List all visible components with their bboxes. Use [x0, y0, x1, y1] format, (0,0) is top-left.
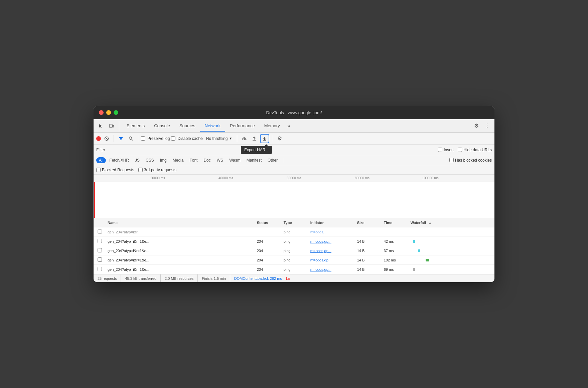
invert-label[interactable]: Invert [438, 148, 454, 152]
row-checkbox[interactable] [98, 257, 102, 262]
svg-rect-0 [110, 124, 112, 128]
search-icon[interactable] [127, 134, 135, 143]
device-icon[interactable] [107, 121, 116, 131]
filter-row2: Blocked Requests 3rd-party requests [94, 165, 494, 175]
table-row[interactable]: gen_204?atyp=i&r... ping m=cdos,... [94, 227, 494, 237]
table-row[interactable]: gen_204?atyp=i&r=1&e... 204 ping m=cdos,… [94, 265, 494, 274]
hide-data-urls-label[interactable]: Hide data URLs [458, 148, 492, 152]
devtools-body: Elements Console Sources Network Perform… [94, 119, 494, 282]
cell-name: gen_204?atyp=i&r=1&e... [106, 267, 256, 271]
cell-waterfall [409, 255, 484, 264]
cell-status: 204 [256, 258, 282, 262]
export-har-button[interactable] [260, 134, 269, 143]
more-options-icon[interactable]: ⋮ [482, 121, 492, 131]
svg-line-5 [132, 139, 133, 140]
minimize-button[interactable] [106, 110, 111, 115]
waterfall-bar [413, 268, 415, 271]
cell-type: ping [282, 230, 309, 234]
cell-name: gen_204?atyp=i&r=1&e... [106, 249, 256, 253]
col-size[interactable]: Size [356, 221, 383, 225]
type-js[interactable]: JS [132, 157, 142, 163]
traffic-lights [99, 110, 118, 115]
type-ws[interactable]: WS [214, 157, 226, 163]
col-initiator[interactable]: Initiator [309, 221, 356, 225]
finish-time: Finish: 1.5 min [198, 274, 230, 282]
table-row[interactable]: gen_204?atyp=i&r=1&e... 204 ping m=cdos,… [94, 237, 494, 246]
network-settings-icon[interactable]: ⚙ [275, 134, 284, 143]
type-img[interactable]: Img [157, 157, 169, 163]
cell-name: gen_204?atyp=i&r... [106, 230, 256, 234]
type-fetch-xhr[interactable]: Fetch/XHR [107, 157, 132, 163]
separator [237, 135, 237, 142]
svg-rect-1 [113, 125, 114, 127]
cell-time: 69 ms [383, 267, 409, 271]
blocked-requests-label[interactable]: Blocked Requests [96, 168, 134, 172]
separator [114, 135, 114, 142]
settings-icon[interactable]: ⚙ [472, 121, 481, 131]
more-tabs[interactable]: » [285, 122, 293, 130]
tab-memory[interactable]: Memory [260, 121, 285, 132]
filter-icon[interactable] [117, 134, 125, 143]
hide-data-urls-checkbox[interactable] [458, 148, 462, 152]
third-party-label[interactable]: 3rd-party requests [138, 168, 176, 172]
type-font[interactable]: Font [187, 157, 200, 163]
type-doc[interactable]: Doc [201, 157, 213, 163]
tab-network[interactable]: Network [200, 121, 226, 132]
type-wasm[interactable]: Wasm [227, 157, 243, 163]
has-blocked-cookies-label[interactable]: Has blocked cookies [449, 158, 492, 163]
blocked-requests-checkbox[interactable] [96, 168, 101, 172]
row-checkbox[interactable] [98, 248, 102, 252]
cell-initiator: m=cdos,... [309, 230, 356, 234]
svg-point-6 [244, 139, 245, 140]
dom-content-loaded: DOMContentLoaded: 282 ms [230, 276, 282, 280]
cell-initiator: m=cdos,dp... [309, 258, 356, 262]
disable-cache-label[interactable]: Disable cache [171, 136, 202, 141]
tab-console[interactable]: Console [149, 121, 175, 132]
type-other[interactable]: Other [265, 157, 280, 163]
svg-line-3 [106, 137, 108, 140]
tab-elements[interactable]: Elements [122, 121, 149, 132]
throttle-select[interactable]: No throttling ▼ [204, 136, 235, 142]
cursor-icon[interactable] [96, 121, 106, 131]
row-checkbox[interactable] [98, 239, 102, 243]
maximize-button[interactable] [114, 110, 118, 115]
preserve-log-label[interactable]: Preserve log [141, 136, 170, 141]
disable-cache-checkbox[interactable] [171, 136, 175, 141]
col-type[interactable]: Type [282, 221, 309, 225]
col-waterfall[interactable]: Waterfall ▲ [409, 221, 484, 225]
tab-performance[interactable]: Performance [225, 121, 259, 132]
cell-size: 14 B [356, 258, 383, 262]
table-row[interactable]: gen_204?atyp=i&r=1&e... 204 ping m=cdos,… [94, 246, 494, 255]
invert-checkbox[interactable] [438, 148, 442, 152]
load-event: Lo [282, 276, 290, 280]
upload-icon[interactable] [250, 134, 259, 143]
type-media[interactable]: Media [170, 157, 186, 163]
type-all[interactable]: All [96, 157, 106, 163]
col-time[interactable]: Time [383, 221, 409, 225]
cell-type: ping [282, 267, 309, 271]
cell-size: 14 B [356, 249, 383, 253]
has-blocked-cookies-checkbox[interactable] [449, 158, 454, 162]
close-button[interactable] [99, 110, 104, 115]
tab-bar: Elements Console Sources Network Perform… [94, 119, 494, 133]
third-party-checkbox[interactable] [138, 168, 143, 172]
preserve-log-checkbox[interactable] [141, 136, 145, 141]
col-name[interactable]: Name [106, 221, 256, 225]
cell-initiator: m=cdos,dp... [309, 267, 356, 271]
row-checkbox[interactable] [98, 267, 102, 271]
record-button[interactable] [96, 136, 101, 141]
ruler-mark-40000: 40000 ms [218, 176, 233, 180]
titlebar: DevTools - www.google.com/ [94, 106, 494, 119]
stop-icon[interactable] [102, 134, 111, 143]
sort-icon: ▲ [428, 221, 432, 225]
type-manifest[interactable]: Manifest [244, 157, 264, 163]
transferred-size: 45.3 kB transferred [121, 274, 161, 282]
table-row[interactable]: gen_204?atyp=i&r=1&e... 204 ping m=cdos,… [94, 255, 494, 265]
type-css[interactable]: CSS [143, 157, 157, 163]
cell-name: gen_204?atyp=i&r=1&e... [106, 239, 256, 243]
col-status[interactable]: Status [256, 221, 282, 225]
row-checkbox[interactable] [98, 229, 102, 234]
timeline-content [94, 182, 494, 218]
tab-sources[interactable]: Sources [175, 121, 200, 132]
network-conditions-icon[interactable] [240, 134, 249, 143]
